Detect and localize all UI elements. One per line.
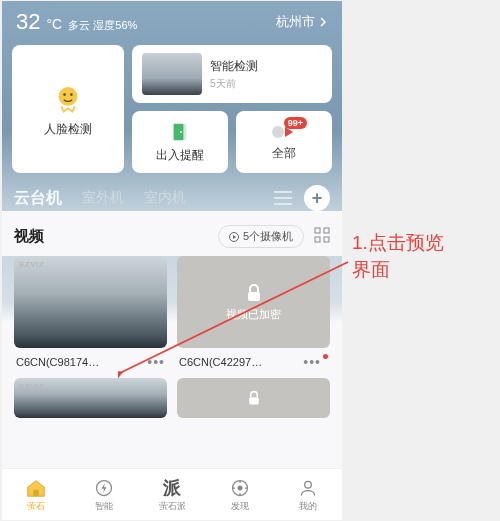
- pai-icon: 派: [161, 477, 183, 499]
- camera-count-label: 5个摄像机: [243, 229, 293, 244]
- video-name-2: C6CN(C42297…: [179, 356, 262, 368]
- play-icon: [229, 232, 239, 242]
- video-tile-4[interactable]: [177, 378, 330, 418]
- annotation-line1: 1.点击预览: [352, 230, 444, 257]
- svg-point-18: [305, 481, 312, 488]
- nav-discover[interactable]: 发现: [206, 469, 274, 520]
- tab-ptz[interactable]: 云台机: [14, 188, 62, 209]
- video-tile-3[interactable]: EZVIZ: [14, 378, 167, 418]
- video-more-1[interactable]: •••: [147, 354, 165, 370]
- annotation-line2: 界面: [352, 257, 444, 284]
- tab-outdoor[interactable]: 室外机: [82, 189, 124, 207]
- video-thumbnail-1[interactable]: EZVIZ: [14, 256, 167, 348]
- smart-thumbnail: [142, 53, 202, 95]
- nav-mine[interactable]: 我的: [274, 469, 342, 520]
- svg-point-5: [180, 131, 182, 133]
- smart-detect-card[interactable]: 智能检测 5天前: [132, 45, 332, 103]
- svg-rect-10: [315, 237, 320, 242]
- svg-rect-13: [249, 397, 259, 404]
- locked-label: 视频已加密: [226, 307, 281, 322]
- svg-rect-9: [324, 228, 329, 233]
- temperature-value: 32: [16, 9, 40, 35]
- svg-rect-4: [184, 123, 187, 140]
- face-icon: [51, 81, 85, 115]
- svg-point-1: [63, 93, 66, 96]
- weather-text: 多云 湿度56%: [68, 18, 137, 33]
- smart-detect-time: 5天前: [210, 77, 258, 91]
- video-grid: EZVIZ C6CN(C98174… ••• 视频已加密 C6CN(C42297…: [2, 256, 342, 370]
- all-alerts-label: 全部: [272, 145, 296, 162]
- city-selector[interactable]: 杭州市: [276, 13, 328, 31]
- bolt-icon: [93, 477, 115, 499]
- lock-icon: [244, 283, 264, 303]
- brand-label: EZVIZ: [19, 260, 44, 269]
- brand-label: EZVIZ: [19, 382, 44, 391]
- face-detect-card[interactable]: 人脸检测: [12, 45, 124, 173]
- nav-pai[interactable]: 派 萤石派: [138, 469, 206, 520]
- temperature-unit: °C: [46, 16, 62, 32]
- svg-point-2: [70, 93, 73, 96]
- door-alert-label: 出入提醒: [156, 147, 204, 164]
- svg-rect-14: [33, 489, 39, 495]
- home-icon: [25, 477, 47, 499]
- svg-rect-8: [315, 228, 320, 233]
- face-detect-label: 人脸检测: [44, 121, 92, 138]
- video-thumbnail-3[interactable]: EZVIZ: [14, 378, 167, 418]
- door-icon: [169, 121, 191, 147]
- nav-home-label: 萤石: [27, 500, 45, 513]
- video-thumbnail-4[interactable]: [177, 378, 330, 418]
- status-bar: 32 °C 多云 湿度56% 杭州市: [2, 1, 342, 39]
- svg-rect-12: [248, 292, 260, 301]
- feature-cards: 人脸检测 智能检测 5天前 出入提醒: [2, 45, 342, 173]
- weather-block[interactable]: 32 °C 多云 湿度56%: [16, 9, 137, 35]
- camera-count-pill[interactable]: 5个摄像机: [218, 225, 304, 248]
- all-alerts-card[interactable]: 99+ 全部: [236, 111, 332, 173]
- svg-point-6: [272, 126, 284, 138]
- chevron-right-icon: [318, 17, 328, 27]
- discover-icon: [229, 477, 251, 499]
- lock-icon: [246, 390, 262, 406]
- tab-indoor[interactable]: 室内机: [144, 189, 186, 207]
- door-alert-card[interactable]: 出入提醒: [132, 111, 228, 173]
- bottom-nav: 萤石 智能 派 萤石派 发现 我的: [2, 468, 342, 520]
- add-device-button[interactable]: +: [304, 185, 330, 211]
- video-name-1: C6CN(C98174…: [16, 356, 99, 368]
- nav-home[interactable]: 萤石: [2, 469, 70, 520]
- svg-rect-11: [324, 237, 329, 242]
- svg-rect-3: [174, 123, 184, 140]
- all-icon: 99+: [271, 123, 297, 145]
- smart-detect-label: 智能检测: [210, 58, 258, 75]
- video-section-title: 视频: [14, 227, 44, 246]
- svg-point-0: [59, 86, 78, 105]
- video-grid-2: EZVIZ: [2, 378, 342, 418]
- video-section-header: 视频 5个摄像机: [2, 211, 342, 256]
- layout-toggle-icon[interactable]: [314, 227, 330, 247]
- city-label: 杭州市: [276, 13, 315, 31]
- video-thumbnail-2[interactable]: 视频已加密: [177, 256, 330, 348]
- person-icon: [297, 477, 319, 499]
- badge-count: 99+: [284, 117, 307, 129]
- nav-mine-label: 我的: [299, 500, 317, 513]
- tab-menu-icon[interactable]: [274, 191, 292, 205]
- nav-smart[interactable]: 智能: [70, 469, 138, 520]
- video-more-2[interactable]: •••: [303, 354, 328, 370]
- nav-pai-label: 萤石派: [159, 500, 186, 513]
- nav-discover-label: 发现: [231, 500, 249, 513]
- notification-dot-icon: [323, 354, 328, 359]
- svg-point-17: [238, 485, 243, 490]
- phone-frame: 32 °C 多云 湿度56% 杭州市 人脸检测 智能检测 5天前: [2, 1, 342, 520]
- nav-smart-label: 智能: [95, 500, 113, 513]
- device-tabs: 云台机 室外机 室内机 +: [2, 185, 342, 211]
- video-tile-1[interactable]: EZVIZ C6CN(C98174… •••: [14, 256, 167, 370]
- video-tile-2[interactable]: 视频已加密 C6CN(C42297… •••: [177, 256, 330, 370]
- annotation-text: 1.点击预览 界面: [352, 230, 444, 283]
